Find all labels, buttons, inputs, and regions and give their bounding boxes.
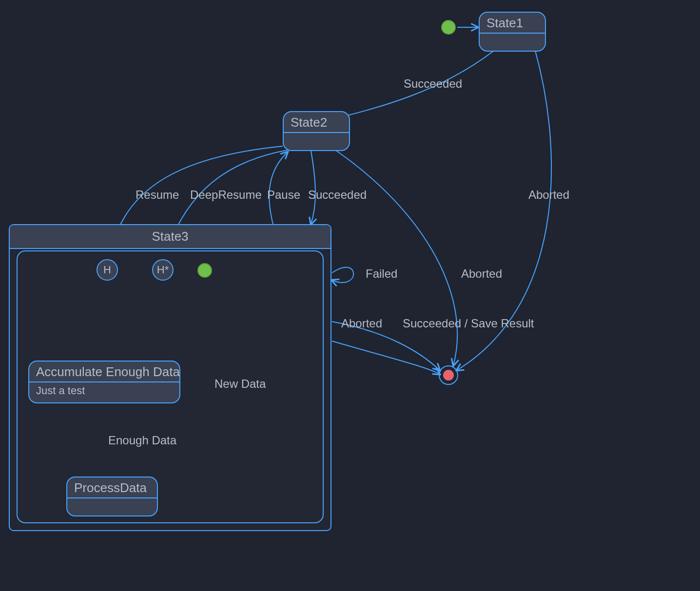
label-state3-to-state2-pause: Pause <box>267 188 300 202</box>
state-accumulate-title: Accumulate Enough Data <box>29 362 179 382</box>
state-state2[interactable]: State2 <box>283 111 350 151</box>
state-processdata-title: ProcessData <box>67 477 157 498</box>
final-state-inner <box>443 370 454 381</box>
edge-state2-to-state3-succeeded <box>311 151 315 224</box>
history-pseudostate[interactable]: H <box>97 259 118 281</box>
edge-state3-to-final-succeeded <box>332 341 440 374</box>
label-state3-to-final-succeeded: Succeeded / Save Result <box>403 317 534 330</box>
label-state2-to-state3-succeeded: Succeeded <box>308 188 367 202</box>
label-state1-to-state2: Succeeded <box>404 77 462 91</box>
state-state1-title: State1 <box>480 13 545 34</box>
label-state1-to-final: Aborted <box>528 188 569 202</box>
state-state2-title: State2 <box>284 112 349 133</box>
label-accumulate-self-newdata: New Data <box>214 377 266 391</box>
label-state2-to-h-resume: Resume <box>136 188 179 202</box>
initial-pseudostate[interactable] <box>441 20 456 35</box>
label-state3-self-failed: Failed <box>366 267 397 281</box>
label-state3-to-final-aborted: Aborted <box>341 317 382 330</box>
state-diagram-canvas: State1 State2 State3 H H* Accumulate Eno… <box>0 0 700 591</box>
edge-state2-to-final-aborted <box>327 144 457 365</box>
state-state3-title: State3 <box>10 225 331 249</box>
edge-state3-self-failed <box>332 267 353 283</box>
state-accumulate[interactable]: Accumulate Enough Data Just a test <box>28 361 180 403</box>
label-state2-to-hstar-deepresume: DeepResume <box>190 188 262 202</box>
label-accumulate-to-process: Enough Data <box>108 434 176 447</box>
final-state[interactable] <box>439 365 458 385</box>
state-state1[interactable]: State1 <box>479 12 546 52</box>
deep-history-pseudostate[interactable]: H* <box>152 259 174 281</box>
label-state2-to-final-aborted: Aborted <box>461 267 502 281</box>
inner-initial-pseudostate[interactable] <box>197 263 212 278</box>
state-accumulate-subtext: Just a test <box>29 382 179 400</box>
state-processdata[interactable]: ProcessData <box>66 477 158 516</box>
